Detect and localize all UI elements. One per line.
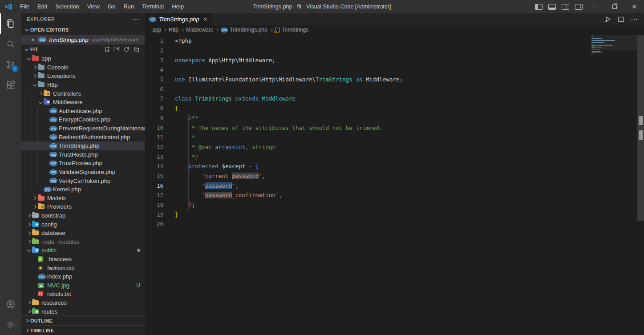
source-control-icon[interactable]: 1 <box>0 54 21 75</box>
menu-go[interactable]: Go <box>104 0 119 13</box>
line-number[interactable]: 11 <box>145 134 163 141</box>
tab-close-icon[interactable]: × <box>204 16 207 23</box>
code-line-14[interactable]: 14 protected $except = [ <box>145 161 644 171</box>
tree-item-mvc-jpg[interactable]: MVC.jpgU <box>21 281 145 290</box>
tree-item-resources[interactable]: resources <box>21 299 145 307</box>
code-line-15[interactable]: 15 'current_password', <box>145 171 644 181</box>
code-editor[interactable]: 1<?php23namespace App\Http\Middleware;45… <box>145 35 644 335</box>
tree-item-config[interactable]: config <box>21 220 145 229</box>
line-number[interactable]: 15 <box>145 173 163 179</box>
line-number[interactable]: 5 <box>145 76 163 83</box>
tree-item-kernel-php[interactable]: phpKernel.php <box>21 185 145 194</box>
new-folder-icon[interactable] <box>113 46 120 52</box>
code-line-4[interactable]: 4 <box>145 65 644 75</box>
tree-item-public[interactable]: public <box>21 246 145 255</box>
code-line-19[interactable]: 19} <box>145 210 644 219</box>
minimap-slider[interactable] <box>591 35 637 50</box>
tab-trimstrings[interactable]: php TrimStrings.php × <box>145 13 211 25</box>
tree-item-validatesignature-php[interactable]: phpValidateSignature.php <box>21 168 145 177</box>
code-line-20[interactable]: 20 <box>145 219 644 229</box>
tree-item-favicon-ico[interactable]: ★favicon.ico <box>21 263 145 272</box>
tree-item-encryptcookies-php[interactable]: phpEncryptCookies.php <box>21 115 145 124</box>
tree-item-database[interactable]: database <box>21 229 145 238</box>
menu-selection[interactable]: Selection <box>51 0 83 13</box>
tree-item-preventrequestsduringmaintenance-[interactable]: phpPreventRequestsDuringMaintenance... <box>21 124 145 133</box>
outline-section-header[interactable]: OUTLINE <box>21 315 145 325</box>
settings-gear-icon[interactable] <box>0 315 21 335</box>
code-line-9[interactable]: 9 /** <box>145 113 644 123</box>
code-line-3[interactable]: 3namespace App\Http\Middleware; <box>145 55 644 65</box>
menu-run[interactable]: Run <box>119 0 138 13</box>
minimize-button[interactable] <box>585 0 605 13</box>
line-number[interactable]: 2 <box>145 47 163 54</box>
tree-item-trusthosts-php[interactable]: phpTrustHosts.php <box>21 150 145 159</box>
menu-view[interactable]: View <box>83 0 104 13</box>
line-number[interactable]: 10 <box>145 125 163 131</box>
line-number[interactable]: 12 <box>145 144 163 150</box>
toggle-panel-icon[interactable] <box>545 0 559 13</box>
code-line-5[interactable]: 5use Illuminate\Foundation\Http\Middlewa… <box>145 75 644 85</box>
code-line-8[interactable]: 8{ <box>145 104 644 113</box>
explorer-icon[interactable] <box>0 13 21 34</box>
toggle-sidebar-icon[interactable] <box>532 0 545 13</box>
tree-item-http[interactable]: Http <box>21 81 145 89</box>
search-icon[interactable] <box>0 34 21 54</box>
tree-item-controllers[interactable]: Controllers <box>21 89 145 98</box>
breadcrumb-item-trimstrings-php[interactable]: phpTrimStrings.php <box>221 27 267 33</box>
tree-item-middleware[interactable]: Middleware <box>21 98 145 107</box>
menu-file[interactable]: File <box>16 0 33 13</box>
new-file-icon[interactable] <box>104 46 110 52</box>
tree-item-verifycsrftoken-php[interactable]: phpVerifyCsrfToken.php <box>21 176 145 185</box>
code-line-11[interactable]: 11 * <box>145 133 644 142</box>
tree-item-providers[interactable]: Providers <box>21 202 145 211</box>
menu-terminal[interactable]: Terminal <box>138 0 168 13</box>
line-number[interactable]: 19 <box>145 211 163 218</box>
close-editor-icon[interactable]: × <box>31 36 38 43</box>
collapse-all-icon[interactable] <box>133 46 139 52</box>
timeline-section-header[interactable]: TIMELINE <box>21 325 145 335</box>
line-number[interactable]: 18 <box>145 202 163 208</box>
line-number[interactable]: 17 <box>145 192 163 198</box>
breadcrumb-item-http[interactable]: Http <box>169 27 178 33</box>
toggle-secondary-sidebar-icon[interactable] <box>559 0 572 13</box>
line-number[interactable]: 13 <box>145 153 163 160</box>
tree-item--htaccess[interactable]: .htaccess <box>21 255 145 264</box>
account-icon[interactable] <box>0 294 21 315</box>
tree-item-node-modules[interactable]: node_modules <box>21 237 145 246</box>
restore-button[interactable] <box>605 0 624 13</box>
extensions-icon[interactable] <box>0 75 21 95</box>
line-number[interactable]: 16 <box>145 182 163 189</box>
line-number[interactable]: 6 <box>145 86 163 93</box>
refresh-icon[interactable] <box>123 46 130 52</box>
tree-item-trimstrings-php[interactable]: phpTrimStrings.php <box>21 141 145 150</box>
breadcrumb-item-app[interactable]: app <box>152 27 161 33</box>
breadcrumb-item-middleware[interactable]: Middleware <box>186 27 213 33</box>
code-line-7[interactable]: 7class TrimStrings extends Middleware <box>145 94 644 104</box>
tree-item-redirectifauthenticated-php[interactable]: phpRedirectIfAuthenticated.php <box>21 133 145 141</box>
workspace-header[interactable]: FIT <box>21 44 145 54</box>
tree-item-routes[interactable]: routes <box>21 307 145 315</box>
line-number[interactable]: 9 <box>145 115 163 121</box>
line-number[interactable]: 7 <box>145 95 163 102</box>
menu-edit[interactable]: Edit <box>33 0 51 13</box>
tree-item-robots-txt[interactable]: robots.txt <box>21 290 145 299</box>
tree-item-exceptions[interactable]: Exceptions <box>21 72 145 81</box>
tree-item-index-php[interactable]: phpindex.php <box>21 272 145 281</box>
code-line-10[interactable]: 10 * The names of the attributes that sh… <box>145 123 644 133</box>
line-number[interactable]: 4 <box>145 66 163 73</box>
line-number[interactable]: 14 <box>145 163 163 170</box>
tree-item-models[interactable]: Models <box>21 194 145 203</box>
split-editor-icon[interactable] <box>618 16 624 23</box>
open-editor-item[interactable]: ×phpTrimStrings.phpapp\Http\Middleware <box>21 35 145 44</box>
code-line-1[interactable]: 1<?php <box>145 36 644 46</box>
tree-item-console[interactable]: Console <box>21 63 145 72</box>
tree-item-app[interactable]: app <box>21 54 145 63</box>
editor-more-actions-icon[interactable]: ⋯ <box>631 15 638 24</box>
run-button[interactable] <box>604 16 612 23</box>
line-number[interactable]: 20 <box>145 221 163 227</box>
open-editors-header[interactable]: OPEN EDITORS <box>21 25 145 35</box>
explorer-more-actions-icon[interactable]: ⋯ <box>133 16 139 23</box>
tree-item-trustproxies-php[interactable]: phpTrustProxies.php <box>21 159 145 168</box>
customize-layout-icon[interactable] <box>572 0 585 13</box>
line-number[interactable]: 3 <box>145 57 163 64</box>
